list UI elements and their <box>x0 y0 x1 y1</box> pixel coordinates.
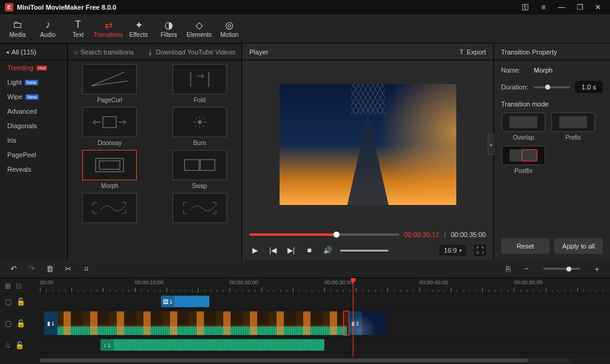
sidebar-header[interactable]: ◂ All (115) <box>0 44 67 60</box>
badge: Hot <box>36 65 47 71</box>
split-button[interactable]: ✂ <box>63 264 73 273</box>
time-ruler[interactable]: 00:0000:00:10:0000:00:20:0000:00:30:0000… <box>40 278 610 294</box>
tool-elements[interactable]: ◇Elements <box>185 15 213 43</box>
next-frame-button[interactable]: ▶| <box>286 245 297 256</box>
apply-all-button[interactable]: Apply to all <box>554 238 603 254</box>
volume-slider[interactable] <box>340 250 389 252</box>
audio-track[interactable]: ♪1 <box>40 337 610 353</box>
clip-index: 1 <box>169 299 172 305</box>
sidebar-item-wipe[interactable]: WipeNew <box>0 89 67 104</box>
lock-icon[interactable]: 🔓 <box>15 341 24 349</box>
transition-tile-burn[interactable]: Burn <box>163 107 237 146</box>
fullscreen-button[interactable]: ⛶ <box>474 244 486 256</box>
video-track[interactable]: ▮1 ▮2 <box>40 310 610 337</box>
ruler-head: ⊞ ⊟ <box>0 278 40 294</box>
transition-tile-morph[interactable]: Morph <box>73 150 147 189</box>
search-placeholder: Search transitions <box>80 48 134 56</box>
transition-marker[interactable] <box>343 311 349 336</box>
props-footer: Reset Apply to all <box>494 232 610 260</box>
chevron-down-icon: ▾ <box>459 248 462 253</box>
tool-motion[interactable]: ◎Motion <box>215 15 243 43</box>
overlay-track[interactable]: 🖼1 <box>40 294 610 310</box>
sidebar-item-light[interactable]: LightNew <box>0 75 67 89</box>
sidebar-item-iris[interactable]: Iris <box>0 133 67 148</box>
mode-overlap[interactable]: Overlap <box>501 112 546 141</box>
download-youtube-link[interactable]: ⭳ Download YouTube Videos <box>147 48 236 56</box>
transition-tile-swap[interactable]: Swap <box>163 150 237 189</box>
svg-rect-0 <box>103 117 116 128</box>
track-menu-icon[interactable]: ⊟ <box>16 282 22 290</box>
sidebar-item-diagonals[interactable]: Diagonals <box>0 119 67 133</box>
transition-thumb <box>172 64 227 94</box>
undo-button[interactable]: ↶ <box>8 264 18 273</box>
zoom-in-button[interactable]: ＋ <box>592 264 602 275</box>
transition-thumb <box>82 193 137 223</box>
video-track-head: ▢ 🔓 <box>0 310 40 337</box>
duration-input[interactable] <box>575 81 603 93</box>
close-button[interactable]: ✕ <box>591 0 605 15</box>
volume-icon[interactable]: 🔊 <box>322 245 333 256</box>
transition-tile-fold[interactable]: Fold <box>163 64 237 103</box>
minimize-button[interactable]: — <box>554 0 569 15</box>
mode-prefix[interactable]: Prefix <box>551 112 595 141</box>
transition-thumb <box>82 107 137 137</box>
menu-icon[interactable]: ≡ <box>536 0 551 15</box>
fit-button[interactable]: ⎘ <box>503 264 513 273</box>
transition-label: PageCurl <box>97 97 122 103</box>
maximize-button[interactable]: ❐ <box>572 0 587 15</box>
lock-icon[interactable]: 🔓 <box>16 297 25 306</box>
video-clip-2[interactable]: ▮2 <box>349 311 386 335</box>
scrub-bar[interactable] <box>249 233 399 236</box>
sidebar-item-pagepeel[interactable]: PagePeel <box>0 148 67 162</box>
zoom-out-button[interactable]: − <box>522 264 531 273</box>
panel-collapse-handle[interactable]: ▸ <box>488 134 494 155</box>
lock-icon[interactable]: 🔓 <box>16 319 25 328</box>
mode-title: Transition mode <box>501 100 603 108</box>
sidebar-item-label: Iris <box>7 137 16 144</box>
transition-tile-more[interactable] <box>73 193 147 226</box>
tool-effects[interactable]: ✦Effects <box>125 15 152 43</box>
search-transitions[interactable]: ⌕ Search transitions <box>74 48 142 56</box>
stop-button[interactable]: ■ <box>304 245 315 256</box>
sidebar-item-label: Reveals <box>7 166 31 173</box>
svg-rect-4 <box>200 160 215 171</box>
zoom-slider[interactable] <box>543 268 580 270</box>
timeline-scrollbar[interactable] <box>0 357 610 364</box>
playhead[interactable] <box>353 278 353 357</box>
overlay-clip[interactable]: 🖼1 <box>161 296 209 307</box>
tool-filters[interactable]: ◑Filters <box>155 15 183 43</box>
crop-button[interactable]: ⌗ <box>81 264 91 274</box>
audio-track-head: ♫ 🔓 <box>0 337 40 353</box>
transition-label: Burn <box>193 140 206 146</box>
tool-transitions[interactable]: ⇄Transitions <box>94 15 122 43</box>
duration-slider[interactable] <box>534 86 570 88</box>
mode-postfix[interactable]: Postfix <box>501 146 546 174</box>
mode-thumb <box>502 146 545 165</box>
audio-clip[interactable]: ♪1 <box>100 339 324 351</box>
video-clip-1[interactable]: ▮1 <box>44 311 347 335</box>
preview-area: ▸ <box>242 60 493 229</box>
license-key-icon[interactable]: ⚿ <box>518 0 533 15</box>
transition-tile-doorway[interactable]: Doorway <box>73 107 147 146</box>
tool-media[interactable]: 🗀Media <box>4 15 31 43</box>
sidebar-item-reveals[interactable]: Reveals <box>0 162 67 177</box>
mode-thumb <box>551 112 595 132</box>
delete-button[interactable]: 🗑 <box>45 264 54 273</box>
transition-tile-pagecurl[interactable]: PageCurl <box>73 64 147 103</box>
add-track-icon[interactable]: ⊞ <box>5 282 11 290</box>
preview-canvas[interactable] <box>280 84 456 205</box>
sidebar-item-advanced[interactable]: Advanced <box>0 104 67 119</box>
tool-audio[interactable]: ♪Audio <box>34 15 62 43</box>
export-button[interactable]: ⇪ Export <box>459 48 486 56</box>
aspect-ratio-select[interactable]: 16:9 ▾ <box>439 245 467 256</box>
reset-button[interactable]: Reset <box>501 238 549 254</box>
sidebar-item-trending[interactable]: TrendingHot <box>0 60 67 75</box>
tool-text[interactable]: TText <box>64 15 92 43</box>
play-button[interactable]: ▶ <box>249 245 260 256</box>
transition-property-panel: Transition Property Name: Morph Duration… <box>494 44 610 260</box>
ruler-label: 00:00:30:00 <box>324 279 353 285</box>
redo-button[interactable]: ↷ <box>27 264 36 273</box>
transition-tile-more[interactable] <box>163 193 237 226</box>
timeline-tracks[interactable]: 00:0000:00:10:0000:00:20:0000:00:30:0000… <box>40 278 610 357</box>
prev-frame-button[interactable]: |◀ <box>267 245 278 256</box>
